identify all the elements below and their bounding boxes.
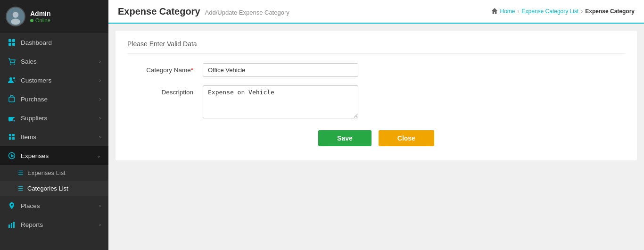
description-row: Description <box>127 85 625 118</box>
svg-point-13 <box>9 120 11 122</box>
sales-icon <box>8 57 16 66</box>
chevron-right-icon3: › <box>99 96 101 102</box>
svg-rect-3 <box>8 39 11 42</box>
svg-rect-5 <box>8 43 11 46</box>
sidebar-item-customers[interactable]: Customers › <box>0 71 108 90</box>
admin-name: Admin <box>30 10 51 17</box>
breadcrumb-sep1: › <box>518 8 520 15</box>
svg-rect-17 <box>9 137 11 140</box>
sidebar-item-suppliers[interactable]: Suppliers › <box>0 108 108 127</box>
main-content: Expense Category Add/Update Expense Cate… <box>108 0 644 250</box>
home-icon <box>491 8 498 16</box>
close-button[interactable]: Close <box>379 130 434 146</box>
chevron-right-icon6: › <box>99 203 101 208</box>
svg-point-7 <box>10 64 11 65</box>
description-textarea[interactable] <box>203 85 358 118</box>
save-button[interactable]: Save <box>318 130 372 146</box>
breadcrumb-current: Expense Category <box>585 8 635 15</box>
svg-rect-18 <box>12 137 15 140</box>
categories-list-label: Categories List <box>27 185 68 192</box>
sidebar-item-reports[interactable]: Reports › <box>0 215 108 234</box>
svg-rect-21 <box>11 223 12 228</box>
breadcrumb-home[interactable]: Home <box>500 8 515 15</box>
description-label: Description <box>127 85 203 96</box>
svg-rect-6 <box>12 43 15 46</box>
sidebar-item-reports-label: Reports <box>21 221 43 228</box>
list-icon: ☰ <box>18 169 24 176</box>
sidebar-item-dashboard-label: Dashboard <box>21 39 52 46</box>
sidebar-item-purchase[interactable]: Purchase › <box>0 90 108 108</box>
sidebar-item-dashboard[interactable]: Dashboard <box>0 33 108 52</box>
sidebar-item-expenses-label: Expenses <box>21 152 49 159</box>
content-area: Please Enter Valid Data Category Name* D… <box>108 24 644 250</box>
sidebar-item-purchase-label: Purchase <box>21 96 48 103</box>
svg-point-10 <box>13 77 15 79</box>
sidebar-item-items[interactable]: Items › <box>0 127 108 146</box>
sidebar-item-places[interactable]: Places › <box>0 196 108 215</box>
svg-rect-22 <box>13 222 15 228</box>
expenses-list-label: Expenses List <box>27 169 66 176</box>
svg-point-8 <box>14 64 15 65</box>
sidebar-subitem-expenses-list[interactable]: ☰ Expenses List <box>0 165 108 181</box>
customers-icon <box>8 76 16 84</box>
breadcrumb-list[interactable]: Expense Category List <box>522 8 579 15</box>
chevron-right-icon5: › <box>99 134 101 140</box>
sidebar-item-customers-label: Customers <box>21 77 51 84</box>
svg-point-2 <box>11 19 20 25</box>
svg-rect-20 <box>8 225 10 228</box>
chevron-right-icon: › <box>99 58 101 64</box>
svg-rect-16 <box>12 134 15 136</box>
sidebar-item-places-label: Places <box>21 202 40 209</box>
reports-icon <box>8 220 16 229</box>
breadcrumb-sep2: › <box>581 8 583 15</box>
svg-rect-11 <box>9 97 15 102</box>
admin-status: Online <box>30 17 51 23</box>
form-notice: Please Enter Valid Data <box>127 40 625 54</box>
topbar: Expense Category Add/Update Expense Cate… <box>108 0 644 24</box>
page-title: Expense Category <box>118 6 200 17</box>
chevron-down-icon: ⌄ <box>97 153 101 159</box>
status-dot <box>30 19 33 22</box>
sidebar-item-items-label: Items <box>21 133 36 141</box>
svg-rect-4 <box>12 39 15 42</box>
chevron-right-icon4: › <box>99 115 101 121</box>
avatar <box>6 7 25 26</box>
svg-rect-12 <box>8 117 13 121</box>
form-card: Please Enter Valid Data Category Name* D… <box>116 31 637 160</box>
sidebar: Admin Online Dashboard Sales › <box>0 0 108 250</box>
svg-point-14 <box>14 120 15 122</box>
sidebar-item-sales-label: Sales <box>21 58 37 65</box>
items-icon <box>8 133 16 141</box>
svg-point-1 <box>13 12 19 18</box>
suppliers-icon <box>8 114 16 122</box>
chevron-right-icon7: › <box>99 222 101 227</box>
purchase-icon <box>8 95 16 103</box>
sidebar-item-sales[interactable]: Sales › <box>0 52 108 71</box>
sidebar-item-expenses[interactable]: Expenses ⌄ <box>0 146 108 165</box>
places-icon <box>8 201 16 210</box>
admin-info: Admin Online <box>30 10 51 23</box>
form-actions: Save Close <box>127 130 625 146</box>
expenses-icon <box>8 151 16 160</box>
category-name-row: Category Name* <box>127 63 625 77</box>
list-icon2: ☰ <box>18 185 24 192</box>
category-name-label: Category Name* <box>127 63 203 74</box>
page-title-area: Expense Category Add/Update Expense Cate… <box>118 6 289 17</box>
sidebar-item-suppliers-label: Suppliers <box>21 115 47 122</box>
sidebar-header: Admin Online <box>0 0 108 33</box>
dashboard-icon <box>8 38 16 47</box>
category-name-input[interactable] <box>203 63 358 77</box>
breadcrumb: Home › Expense Category List › Expense C… <box>491 8 635 16</box>
sidebar-subitem-categories-list[interactable]: ☰ Categories List <box>0 181 108 196</box>
page-subtitle: Add/Update Expense Category <box>205 9 289 16</box>
svg-rect-15 <box>9 134 11 136</box>
chevron-right-icon2: › <box>99 77 101 83</box>
svg-point-9 <box>9 77 12 80</box>
